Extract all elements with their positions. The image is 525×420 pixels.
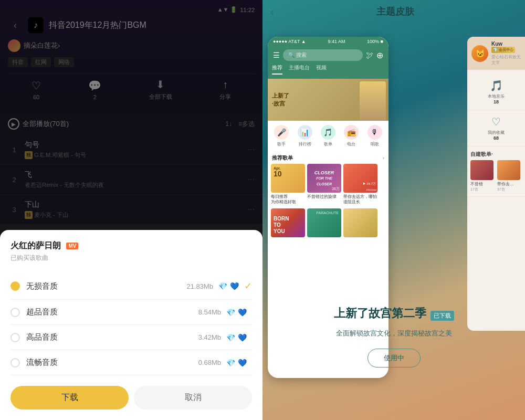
side-menu-favorites[interactable]: ♡ 我的收藏 68 bbox=[467, 110, 525, 146]
tiktok-header: ‹ ♪ 抖音2019年12月热门BGM bbox=[8, 17, 255, 33]
journey-play-count: ▶ 26.7万 bbox=[363, 182, 376, 186]
song-info: 下山 独 麦小克 - 下山 bbox=[25, 200, 248, 219]
song-menu-icon[interactable]: ··· bbox=[248, 175, 255, 184]
blue-icon: 💙 bbox=[238, 308, 247, 317]
song-menu-icon[interactable]: ··· bbox=[248, 145, 255, 154]
comment-count: 2 bbox=[93, 94, 97, 100]
see-more-icon[interactable]: › bbox=[383, 155, 384, 161]
daily-date: Apr. 10 bbox=[274, 166, 282, 177]
playlist-thumb-parachute: PARACHUTE bbox=[307, 208, 341, 237]
playlist-thumb-born: BORNTOYOU bbox=[271, 208, 305, 237]
status-time: 11:22 bbox=[240, 7, 255, 13]
quality-smooth[interactable]: 流畅音质 0.68Mb 💎 💙 bbox=[10, 350, 252, 375]
quality-lossless[interactable]: 无损音质 21.83Mb 💎 💙 ✓ bbox=[10, 273, 252, 300]
radio-circle: 📻 bbox=[344, 125, 359, 140]
quality-size-lossless: 21.83Mb bbox=[186, 282, 213, 290]
category-singer[interactable]: 🎤 歌手 bbox=[274, 125, 289, 147]
quality-name-high: 高品音质 bbox=[26, 332, 198, 342]
playlist-label: 歌单 bbox=[324, 141, 332, 147]
download-badge: MV bbox=[66, 243, 78, 249]
song-artist: 独 麦小克 - 下山 bbox=[25, 211, 248, 219]
diamond-icon: 💎 bbox=[218, 282, 227, 290]
like-action[interactable]: ♡ 60 bbox=[32, 79, 41, 100]
favorites-label: 我的收藏 bbox=[488, 130, 505, 135]
quality-icons: 💎 💙 bbox=[226, 308, 247, 317]
back-button[interactable]: ‹ bbox=[8, 18, 23, 33]
song-number: 3 bbox=[8, 206, 20, 214]
music-note-icon: 🎵 bbox=[490, 79, 503, 92]
download-subtitle: 已购买该歌曲 bbox=[10, 254, 252, 262]
left-header: ▲▼ 🔋 11:22 ‹ ♪ 抖音2019年12月热门BGM 摘朵白莲花› 抖音… bbox=[0, 0, 262, 113]
side-menu-local-music[interactable]: 🎵 本地音乐 18 bbox=[467, 74, 525, 110]
using-button[interactable]: 使用中 bbox=[368, 349, 421, 368]
check-icon: ✓ bbox=[244, 280, 252, 292]
category-playlist[interactable]: 🎵 歌单 bbox=[321, 125, 335, 147]
category-radio[interactable]: 📻 电台 bbox=[344, 125, 359, 147]
sort-label[interactable]: 1↓ bbox=[225, 120, 232, 128]
category-sing[interactable]: 🎙 唱歌 bbox=[368, 125, 382, 147]
song-artist: 者惹迈Remix - 无数个失眠的夜 bbox=[25, 181, 248, 189]
quality-name-super: 超品音质 bbox=[26, 307, 198, 317]
playlist-thumb-warm bbox=[343, 208, 377, 237]
radio-label: 电台 bbox=[347, 141, 355, 147]
custom-pl-2-title: 带你去… bbox=[497, 181, 522, 187]
playlist-thumb-closer: CLOSERFOR THE CLOSER 26万 bbox=[307, 164, 341, 193]
table-row[interactable]: 1 句号 独 G.E.M.邓紫棋 - 句号 ··· bbox=[0, 135, 262, 165]
play-circle-icon: ▶ bbox=[8, 118, 19, 130]
confirm-download-button[interactable]: 下载 bbox=[10, 386, 129, 410]
comment-action[interactable]: 💬 2 bbox=[88, 79, 101, 100]
share-action[interactable]: ↑ 分享 bbox=[219, 79, 231, 101]
local-music-count: 18 bbox=[494, 99, 499, 104]
tiktok-icon: ♪ bbox=[28, 17, 44, 33]
blue-icon: 💙 bbox=[238, 359, 247, 367]
cancel-download-button[interactable]: 取消 bbox=[134, 386, 252, 410]
playlist-card-closer[interactable]: CLOSERFOR THE CLOSER 26万 不曾错过的旋律 bbox=[307, 164, 341, 205]
playlist-card-parachute[interactable]: PARACHUTE bbox=[307, 208, 341, 239]
tag-red: 红网 bbox=[31, 57, 51, 67]
table-row[interactable]: 2 飞 者惹迈Remix - 无数个失眠的夜 ··· bbox=[0, 165, 262, 195]
inner-search-box[interactable]: 🔍 搜索 bbox=[283, 49, 363, 61]
user-name[interactable]: 摘朵白莲花› bbox=[24, 41, 60, 50]
quality-high[interactable]: 高品音质 3.42Mb 💎 💙 bbox=[10, 325, 252, 350]
left-panel: ▲▼ 🔋 11:22 ‹ ♪ 抖音2019年12月热门BGM 摘朵白莲花› 抖音… bbox=[0, 0, 262, 420]
playlist-card-warm[interactable] bbox=[343, 208, 377, 239]
side-menu-custom-playlist[interactable]: 自建歌单· 不曾错 17首 带你去… 37首 bbox=[467, 146, 525, 197]
quality-super[interactable]: 超品音质 8.54Mb 💎 💙 bbox=[10, 300, 252, 325]
download-all-action[interactable]: ⬇ 全部下载 bbox=[149, 78, 172, 101]
favorites-count: 68 bbox=[494, 135, 499, 141]
playlist-card-daily[interactable]: Apr. 10 每日推荐 为你精选好歌 bbox=[271, 164, 305, 205]
song-artist: 独 G.E.M.邓紫棋 - 句号 bbox=[25, 151, 248, 159]
quality-icons: 💎 💙 bbox=[226, 359, 247, 367]
playlist-card-journey[interactable]: ▶ 26.7万 PRISM 带你去远方，哪怕道阻且长 bbox=[343, 164, 377, 205]
category-chart[interactable]: 📊 排行榜 bbox=[298, 125, 312, 147]
play-all-button[interactable]: ▶ 全部播放(70首) bbox=[8, 118, 69, 130]
quality-radio-super bbox=[10, 308, 20, 317]
download-badge: 已下载 bbox=[430, 311, 454, 321]
playlist-thumb-journey: ▶ 26.7万 PRISM bbox=[343, 164, 377, 193]
side-app-panel: 🐱 Kuw 💎 会员中心 爱心钻石有效无文字 🎵 本地音乐 18 ♡ 我的收藏 … bbox=[467, 37, 525, 331]
tab-radio[interactable]: 主播电台 bbox=[289, 64, 310, 75]
song-info: 飞 者惹迈Remix - 无数个失眠的夜 bbox=[25, 170, 248, 189]
singer-label: 歌手 bbox=[277, 141, 286, 147]
playlist-card-born[interactable]: BORNTOYOU bbox=[271, 208, 305, 239]
playlist-thumb-daily: Apr. 10 bbox=[271, 164, 305, 193]
side-menu-items: 🎵 本地音乐 18 ♡ 我的收藏 68 自建歌单· 不曾错 17首 bbox=[467, 70, 525, 201]
tab-recommend[interactable]: 推荐 bbox=[272, 64, 282, 75]
like-count: 60 bbox=[33, 94, 39, 100]
inner-categories: 🎤 歌手 📊 排行榜 🎵 歌单 📻 电台 🎙 唱歌 bbox=[268, 121, 388, 151]
table-row[interactable]: 3 下山 独 麦小克 - 下山 ··· bbox=[0, 195, 262, 225]
inner-status-bar: ●●●●● AT&T ▲ 9:41 AM 100% ■ bbox=[268, 37, 388, 46]
bottom-title-row: 上新了故宫第二季 已下载 bbox=[273, 306, 514, 326]
status-bar-left: ▲▼ 🔋 11:22 bbox=[8, 6, 255, 13]
song-name: 句号 bbox=[25, 140, 248, 150]
inner-carrier: ●●●●● AT&T ▲ bbox=[273, 39, 306, 44]
song-menu-icon[interactable]: ··· bbox=[248, 205, 255, 214]
hamburger-icon[interactable]: ☰ bbox=[273, 51, 280, 59]
tab-video[interactable]: 视频 bbox=[316, 64, 327, 75]
multiselect-label[interactable]: ≡多选 bbox=[238, 120, 255, 129]
share-icon: ↑ bbox=[223, 79, 228, 91]
add-button[interactable]: ⊕ bbox=[376, 50, 383, 60]
right-back-button[interactable]: ‹ bbox=[270, 6, 274, 18]
chart-circle: 📊 bbox=[298, 125, 312, 140]
user-info: 摘朵白莲花› bbox=[8, 39, 255, 52]
